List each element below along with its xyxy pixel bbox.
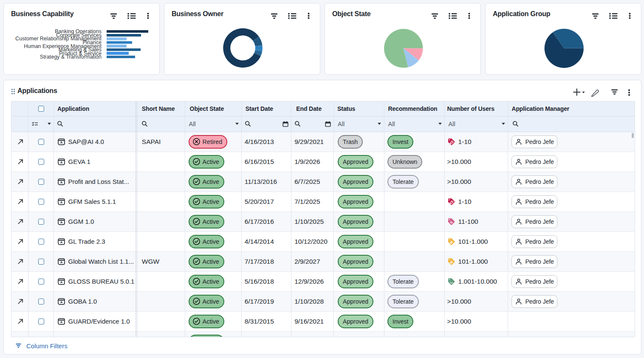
svg-text:A: A — [60, 161, 62, 164]
svg-text:A: A — [60, 200, 62, 204]
svg-text:A: A — [60, 141, 62, 144]
svg-text:A: A — [60, 180, 62, 184]
svg-text:A: A — [60, 240, 62, 244]
svg-text:A: A — [60, 260, 62, 264]
svg-text:A: A — [60, 280, 62, 284]
svg-text:A: A — [60, 300, 62, 304]
svg-text:A: A — [60, 220, 62, 224]
svg-text:A: A — [60, 320, 62, 324]
